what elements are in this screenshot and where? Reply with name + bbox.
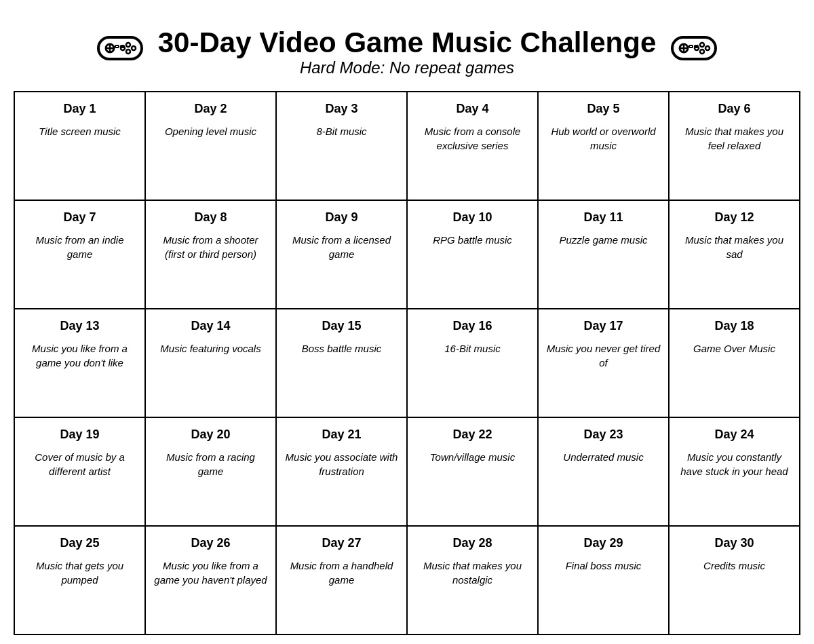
day-description: Game Over Music	[693, 341, 775, 356]
day-label: Day 22	[452, 428, 492, 442]
day-description: Music that gets you pumped	[22, 558, 138, 587]
day-cell: Day 25Music that gets you pumped	[15, 527, 146, 635]
day-description: Music from a licensed game	[284, 233, 400, 261]
day-cell: Day 1Title screen music	[15, 92, 146, 201]
day-label: Day 21	[322, 428, 361, 442]
day-cell: Day 9Music from a licensed game	[277, 201, 408, 309]
day-cell: Day 1616-Bit music	[408, 309, 539, 418]
controller-left-icon	[93, 27, 147, 77]
day-cell: Day 19Cover of music by a different arti…	[15, 418, 146, 527]
day-cell: Day 13Music you like from a game you don…	[15, 309, 146, 418]
day-label: Day 25	[60, 536, 99, 550]
svg-point-6	[126, 50, 130, 54]
day-description: Music you like from a game you haven't p…	[153, 558, 269, 587]
day-label: Day 11	[583, 210, 623, 225]
day-cell: Day 4Music from a console exclusive seri…	[408, 92, 539, 201]
page-header: 30-Day Video Game Music Challenge Hard M…	[14, 14, 800, 84]
day-label: Day 19	[60, 428, 99, 442]
day-cell: Day 11Puzzle game music	[539, 201, 670, 309]
day-description: RPG battle music	[433, 233, 512, 247]
day-label: Day 10	[452, 210, 492, 225]
day-label: Day 24	[714, 428, 754, 442]
day-cell: Day 7Music from an indie game	[15, 201, 146, 309]
day-cell: Day 17Music you never get tired of	[539, 309, 670, 418]
day-description: Music featuring vocals	[160, 341, 260, 356]
svg-point-16	[700, 50, 704, 54]
day-label: Day 14	[191, 319, 230, 333]
day-label: Day 13	[60, 319, 99, 333]
day-label: Day 15	[322, 319, 361, 333]
day-description: Music from an indie game	[22, 233, 138, 261]
day-cell: Day 27Music from a handheld game	[277, 527, 408, 635]
day-cell: Day 2Opening level music	[146, 92, 277, 201]
day-cell: Day 12Music that makes you sad	[670, 201, 800, 309]
day-description: Music from a console exclusive series	[414, 124, 530, 153]
day-cell: Day 22Town/village music	[408, 418, 539, 527]
day-cell: Day 8Music from a shooter (first or thir…	[146, 201, 277, 309]
day-description: Town/village music	[430, 450, 515, 464]
day-label: Day 1	[63, 102, 96, 116]
svg-point-5	[132, 46, 136, 50]
day-description: Puzzle game music	[559, 233, 647, 247]
day-label: Day 17	[583, 319, 623, 333]
day-label: Day 6	[718, 102, 750, 116]
main-title: 30-Day Video Game Music Challenge	[158, 27, 657, 58]
day-cell: Day 29Final boss music	[539, 527, 670, 635]
subtitle: Hard Mode: No repeat games	[158, 58, 657, 77]
day-description: Cover of music by a different artist	[22, 450, 138, 478]
day-label: Day 12	[714, 210, 754, 225]
svg-rect-8	[115, 45, 119, 48]
day-cell: Day 18Game Over Music	[670, 309, 800, 418]
svg-point-4	[126, 43, 130, 47]
day-description: 8-Bit music	[316, 124, 366, 138]
controller-right-icon	[667, 27, 721, 77]
day-label: Day 8	[194, 210, 227, 225]
day-description: Music you never get tired of	[545, 341, 661, 370]
day-label: Day 7	[63, 210, 96, 225]
day-cell: Day 5Hub world or overworld music	[539, 92, 670, 201]
day-cell: Day 15Boss battle music	[277, 309, 408, 418]
day-description: Final boss music	[566, 558, 642, 573]
day-label: Day 30	[714, 536, 754, 550]
day-label: Day 2	[194, 102, 227, 116]
day-description: 16-Bit music	[444, 341, 501, 356]
day-description: Music that makes you feel relaxed	[676, 124, 792, 153]
day-label: Day 29	[583, 536, 623, 550]
day-description: Music from a handheld game	[284, 558, 400, 587]
day-cell: Day 30Credits music	[670, 527, 800, 635]
day-cell: Day 21Music you associate with frustrati…	[277, 418, 408, 527]
day-description: Underrated music	[563, 450, 643, 464]
day-description: Music that makes you sad	[676, 233, 792, 261]
svg-point-15	[705, 46, 710, 50]
day-cell: Day 6Music that makes you feel relaxed	[670, 92, 800, 201]
svg-rect-18	[689, 45, 693, 48]
day-cell: Day 26Music you like from a game you hav…	[146, 527, 277, 635]
challenge-grid: Day 1Title screen musicDay 2Opening leve…	[14, 91, 800, 635]
day-label: Day 26	[191, 536, 230, 550]
day-label: Day 27	[322, 536, 361, 550]
day-label: Day 4	[456, 102, 488, 116]
day-label: Day 28	[452, 536, 492, 550]
day-description: Boss battle music	[302, 341, 382, 356]
day-cell: Day 24Music you constantly have stuck in…	[670, 418, 800, 527]
day-description: Hub world or overworld music	[545, 124, 661, 153]
day-description: Music that makes you nostalgic	[414, 558, 530, 587]
day-label: Day 16	[452, 319, 492, 333]
day-cell: Day 23Underrated music	[539, 418, 670, 527]
day-cell: Day 14Music featuring vocals	[146, 309, 277, 418]
day-label: Day 3	[325, 102, 357, 116]
day-description: Music you like from a game you don't lik…	[22, 341, 138, 370]
day-label: Day 18	[714, 319, 754, 333]
day-description: Music you constantly have stuck in your …	[676, 450, 792, 478]
day-cell: Day 38-Bit music	[277, 92, 408, 201]
day-cell: Day 20Music from a racing game	[146, 418, 277, 527]
day-description: Music from a shooter (first or third per…	[153, 233, 269, 261]
day-description: Music you associate with frustration	[284, 450, 400, 478]
day-cell: Day 10RPG battle music	[408, 201, 539, 309]
day-label: Day 23	[583, 428, 623, 442]
day-label: Day 9	[325, 210, 357, 225]
svg-point-14	[700, 43, 704, 47]
day-label: Day 5	[587, 102, 619, 116]
day-cell: Day 28Music that makes you nostalgic	[408, 527, 539, 635]
day-description: Title screen music	[39, 124, 121, 138]
